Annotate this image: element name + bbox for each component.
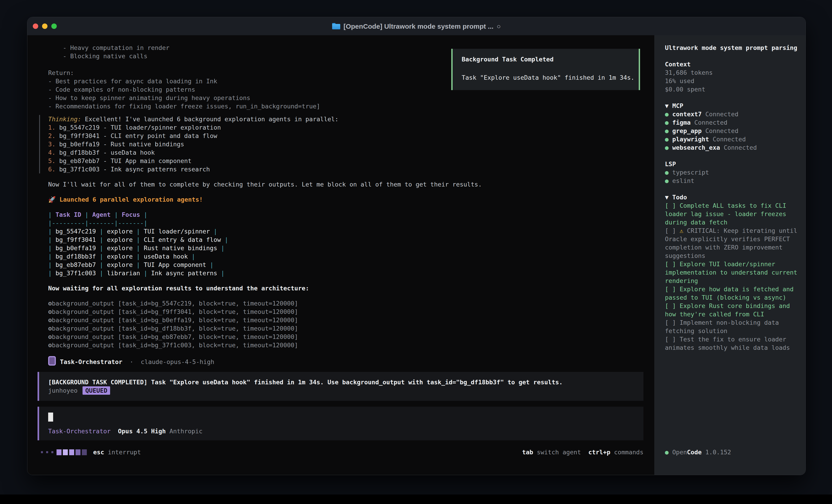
text-line: tab switch agent ctrl+p commands (522, 448, 644, 456)
keyboard-hints: tab switch agent ctrl+p commands (522, 448, 644, 456)
text-line: 6. bg_37f1c003 - Ink async patterns rese… (48, 165, 644, 173)
text-line: ● context7 Connected (665, 110, 799, 118)
esc-hint: esc interrupt (93, 448, 141, 456)
text-line: ● typescript (665, 168, 799, 176)
text-line: ● figma Connected (665, 118, 799, 127)
text-line: |---------|-------|-------| (48, 219, 644, 227)
lsp-section: LSP● typescript● eslint (665, 160, 799, 185)
opencode-version-footer: ● OpenCode 1.0.152 (665, 448, 731, 456)
text-line: | bg_37f1c003 | librarian | Ink async pa… (48, 269, 644, 277)
agents-table: | Task ID | Agent | Focus ||---------|--… (48, 211, 644, 277)
terminal-main-pane: - Heavy computation in render - Blocking… (27, 35, 654, 475)
text-line: ● eslint (665, 176, 799, 185)
text-line: [ ] Explore Rust core bindings and how t… (665, 302, 799, 318)
text-line: ⚙background_output [task_id=bg_eb87ebb7,… (48, 333, 644, 341)
text-line: Task "Explore useData hook" finished in … (462, 74, 639, 82)
agent-identity-line: Task-Orchestrator · claude-opus-4-5-high (48, 356, 644, 366)
text-line: ⚙background_output [task_id=bg_37f1c003,… (48, 341, 644, 349)
text-line: Now I'll wait for all of them to complet… (48, 180, 644, 189)
text-line: 🚀 Launched 6 parallel exploration agents… (48, 195, 644, 204)
text-line: 3. bg_b0effa19 - Rust native bindings (48, 140, 644, 148)
text-line: ● websearch_exa Connected (665, 143, 799, 152)
text-line: | bg_b0effa19 | explore | Rust native bi… (48, 244, 644, 252)
status-bar: esc interrupt tab switch agent ctrl+p co… (41, 448, 644, 456)
launch-banner: 🚀 Launched 6 parallel exploration agents… (48, 195, 644, 204)
text-line: | bg_f9ff3041 | explore | CLI entry & da… (48, 235, 644, 244)
text-line: ● playwright Connected (665, 135, 799, 143)
right-sidebar: Ultrawork mode system prompt parsing Con… (654, 35, 806, 475)
text-line: Task-Orchestrator · claude-opus-4-5-high (48, 356, 644, 366)
text-line: ▼ MCP (665, 102, 799, 110)
text-line: 4. bg_df18bb3f - useData hook (48, 148, 644, 157)
text-line: Thinking: Excellent! I've launched 6 bac… (48, 115, 644, 123)
folder-icon (332, 23, 340, 29)
text-line: [BACKGROUND TASK COMPLETED] Task "Explor… (48, 378, 634, 386)
text-line: [ ] ⚠ CRITICAL: Keep iterating until Ora… (665, 226, 799, 260)
todo-section[interactable]: ▼ Todo[ ] Complete ALL tasks to fix CLI … (665, 193, 799, 352)
text-line: | bg_5547c219 | explore | TUI loader/spi… (48, 227, 644, 235)
text-line: junhoyeo QUEUED (48, 386, 634, 395)
input-agent-row: Task-Orchestrator Opus 4.5 High Anthropi… (48, 427, 634, 436)
prompt-input-box[interactable]: Task-Orchestrator Opus 4.5 High Anthropi… (37, 407, 644, 440)
text-line: ▼ Todo (665, 193, 799, 201)
text-line: LSP (665, 160, 799, 168)
notification-title: Background Task Completed (462, 55, 639, 63)
text-line: esc interrupt (93, 448, 141, 456)
window-titlebar: [OpenCode] Ultrawork mode system prompt … (27, 17, 806, 35)
text-line: 31,686 tokens (665, 68, 799, 77)
tool-call-list: ⚙background_output [task_id=bg_5547c219,… (48, 299, 644, 349)
screen-bottom-strip (0, 495, 832, 504)
text-line: [ ] Explore TUI loader/spinner implement… (665, 260, 799, 285)
window-title: [OpenCode] Ultrawork mode system prompt … (332, 22, 501, 30)
text-line: ⚙background_output [task_id=bg_5547c219,… (48, 299, 644, 308)
text-line: | Task ID | Agent | Focus | (48, 211, 644, 219)
mcp-section[interactable]: ▼ MCP● context7 Connected● figma Connect… (665, 102, 799, 152)
text-line: - How to keep spinner animating during h… (48, 94, 644, 102)
text-line: | bg_eb87ebb7 | explore | TUI App compon… (48, 260, 644, 269)
text-line: Context (665, 60, 799, 68)
text-line: 1. bg_5547c219 - TUI loader/spinner expl… (48, 123, 644, 132)
terminal-window: [OpenCode] Ultrawork mode system prompt … (27, 17, 806, 475)
context-section: Context31,686 tokens16% used$0.00 spent (665, 60, 799, 93)
text-line: Task-Orchestrator Opus 4.5 High Anthropi… (48, 427, 634, 436)
text-line: ⚙background_output [task_id=bg_df18bb3f,… (48, 324, 644, 333)
text-line: 2. bg_f9ff3041 - CLI entry point and dat… (48, 132, 644, 140)
text-line: - Recommendations for fixing loader free… (48, 102, 644, 110)
text-line: Background Task Completed (462, 55, 639, 63)
background-task-completed-box: [BACKGROUND TASK COMPLETED] Task "Explor… (37, 372, 644, 401)
text-line: [ ] Complete ALL tasks to fix CLI loader… (665, 201, 799, 226)
text-line: Ultrawork mode system prompt parsing (665, 44, 799, 52)
close-button[interactable] (33, 24, 38, 29)
thinking-block: Thinking: Excellent! I've launched 6 bac… (39, 115, 644, 173)
text-line: [ ] Test the fix to ensure loader animat… (665, 335, 799, 352)
traffic-lights (33, 17, 57, 35)
working-spinner (41, 449, 87, 455)
text-line: 5. bg_eb87ebb7 - TUI App main component (48, 157, 644, 165)
text-line: [ ] Implement non-blocking data fetching… (665, 318, 799, 335)
minimize-button[interactable] (42, 24, 48, 29)
sidebar-title: Ultrawork mode system prompt parsing (665, 44, 799, 52)
text-cursor (48, 413, 53, 422)
text-line: $0.00 spent (665, 85, 799, 93)
text-line: | bg_df18bb3f | explore | useData hook | (48, 252, 644, 260)
assistant-wait-text: Now I'll wait for all of them to complet… (48, 180, 644, 189)
notification-body: Task "Explore useData hook" finished in … (462, 74, 639, 82)
text-line: ● OpenCode 1.0.152 (665, 448, 731, 456)
text-line: ● grep_app Connected (665, 127, 799, 135)
document-indicator-icon: ○ (497, 22, 501, 30)
text-line: 16% used (665, 77, 799, 85)
text-line: ⚙background_output [task_id=bg_b0effa19,… (48, 316, 644, 324)
text-line: ⚙background_output [task_id=bg_f9ff3041,… (48, 308, 644, 316)
text-line: [ ] Explore how data is fetched and pass… (665, 285, 799, 302)
zoom-button[interactable] (51, 24, 57, 29)
window-title-text: [OpenCode] Ultrawork mode system prompt … (343, 22, 493, 30)
text-line: Now waiting for all exploration results … (48, 284, 644, 292)
notification-toast: Background Task Completed Task "Explore … (451, 49, 640, 90)
waiting-text: Now waiting for all exploration results … (48, 284, 644, 292)
